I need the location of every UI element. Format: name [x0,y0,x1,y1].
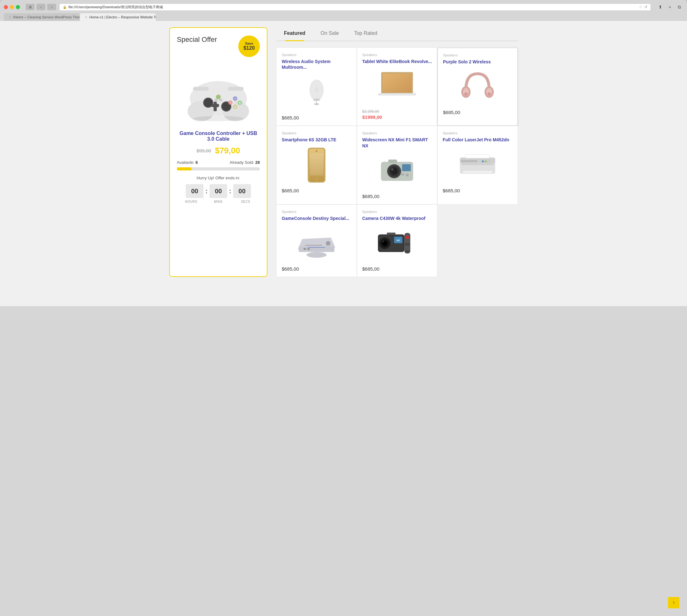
product-price-6: $685,00 [443,188,512,193]
svg-text:A: A [234,106,236,108]
window-controls[interactable] [4,5,20,9]
product-image-2 [362,67,432,106]
svg-point-73 [306,252,327,258]
address-bar[interactable]: 🔒 file:///Users/janewang/Downloads/简洁明亮的… [59,3,651,11]
close-window-button[interactable] [4,5,8,9]
maximize-window-button[interactable] [16,5,20,9]
svg-point-8 [204,98,212,107]
back-button[interactable]: ‹ [37,4,45,10]
product-image-1 [282,73,351,111]
browser-tab-2[interactable]: ⊙ Home-v1 | Electro – Responsive Website… [80,13,156,21]
svg-text:Y: Y [235,97,236,100]
product-card-7[interactable]: Speakers GameConsole Destiny Special... [276,204,357,277]
nav-controls[interactable]: ⊞ ‹ › [26,4,56,10]
svg-point-70 [326,241,331,246]
secs-display: 00 [233,184,251,198]
special-offer-product-image: Y B X A [177,62,260,126]
product-image-8: HD [362,224,432,262]
product-title-7: GameConsole Destiny Special... [282,216,351,221]
product-category-6: Speakers [443,131,512,135]
special-offer-sale-price: $79,00 [215,146,240,156]
countdown-sep-2: : [229,188,231,195]
product-image-6 [443,146,512,184]
product-card-8[interactable]: Speakers Camera C430W 4k Waterproof [357,204,437,277]
hours-label: HOURS [182,200,200,203]
tab-top-rated[interactable]: Top Rated [346,27,385,41]
save-badge-amount: $120 [243,45,255,51]
tab-featured[interactable]: Featured [276,27,313,41]
product-image-7 [282,224,351,262]
product-title-1: Wireless Audio System Multiroom... [282,59,351,70]
svg-rect-84 [405,243,410,246]
svg-rect-5 [193,87,209,91]
svg-point-46 [316,150,317,152]
svg-point-54 [406,174,409,176]
svg-rect-68 [305,245,323,246]
special-offer-original-price: $99,00 [197,148,211,153]
svg-rect-56 [388,160,397,163]
svg-text:HD: HD [396,239,400,242]
product-card-3[interactable]: Speakers Purple Solo 2 Wireless [437,47,518,126]
svg-rect-59 [463,171,492,173]
product-title-3: Purple Solo 2 Wireless [443,59,512,65]
svg-text:B: B [239,102,241,104]
product-tabs: Featured On Sale Top Rated [276,27,518,41]
tabs-overview-button[interactable]: ⧉ [675,3,683,11]
svg-point-41 [464,92,468,96]
product-category-3: Speakers [443,53,512,57]
page-content: Special Offer Save $120 [0,21,687,306]
sidebar-toggle-button[interactable]: ⊞ [26,4,35,10]
svg-rect-85 [405,251,410,252]
svg-rect-60 [466,155,489,158]
product-card-4[interactable]: Speakers Smartphone 6S 32GB LTE [276,126,357,204]
svg-rect-33 [383,73,412,92]
available-count: 6 [196,160,198,165]
svg-text:X: X [230,102,231,104]
lock-icon: 🔒 [63,5,67,9]
product-card-2[interactable]: Speakers Tablet White EliteBook Revolve.… [357,47,437,126]
save-badge-label: Save [245,42,253,45]
browser-tabs: ⊙ Kleenr – Cleaning Service WordPress Th… [4,13,683,21]
product-title-5: Widescreen NX Mini F1 SMART NX [362,137,432,148]
product-title-2: Tablet White EliteBook Revolve... [362,59,432,64]
special-offer-card: Special Offer Save $120 [169,27,267,277]
svg-point-45 [315,177,318,181]
svg-point-63 [485,161,487,162]
minimize-window-button[interactable] [10,5,14,9]
back-to-top-button[interactable]: ↑ [668,597,680,609]
new-tab-button[interactable]: + [666,3,674,11]
product-card-6[interactable]: Speakers Full Color LaserJet Pro M452dn [437,126,518,204]
svg-point-25 [193,116,244,121]
share-button[interactable]: ⬆ [657,3,664,11]
browser-action-buttons[interactable]: ⬆ + ⧉ [657,3,683,11]
product-sale-price-2: $1999,00 [362,114,432,120]
browser-tab-1[interactable]: ⊙ Kleenr – Cleaning Service WordPress Th… [4,13,80,21]
product-image-3 [443,68,512,106]
save-badge: Save $120 [238,36,260,57]
tab-favicon-2: ⊙ [85,16,87,19]
forward-button[interactable]: › [47,4,56,10]
browser-chrome: ⊞ ‹ › 🔒 file:///Users/janewang/Downloads… [0,0,687,21]
countdown-labels: HOURS MINS SECS [177,200,260,203]
svg-rect-69 [308,247,326,248]
product-image-5 [362,152,432,190]
svg-rect-12 [212,104,219,107]
svg-point-83 [406,236,409,239]
svg-rect-35 [380,93,414,95]
stock-progress-fill [177,167,192,171]
special-offer-price-row: $99,00 $79,00 [197,146,240,156]
main-layout: Special Offer Save $120 [169,27,518,277]
product-card-5[interactable]: Speakers Widescreen NX Mini F1 SMART NX [357,126,437,204]
svg-rect-64 [461,164,494,165]
svg-rect-65 [461,160,477,162]
hours-display: 00 [186,184,203,198]
product-card-1[interactable]: Speakers Wireless Audio System Multiroom… [276,47,357,126]
svg-point-62 [482,161,484,162]
refresh-icon[interactable]: ↺ [644,5,647,9]
stock-progress-bar [177,167,260,171]
product-category-8: Speakers [362,210,432,214]
product-price-7: $685,00 [282,266,351,271]
tab-on-sale[interactable]: On Sale [313,27,347,41]
bookmark-icon: ☆ [639,5,642,9]
product-price-1: $685,00 [282,115,351,120]
